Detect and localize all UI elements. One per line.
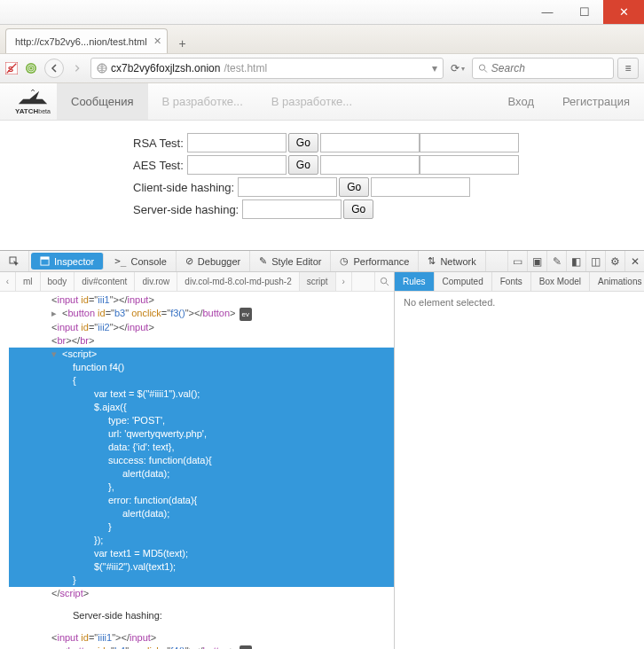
devtools-dock-popup-button[interactable]: ◫ bbox=[585, 251, 605, 271]
url-path: /test.html bbox=[224, 62, 267, 74]
nav-register[interactable]: Регистрация bbox=[548, 83, 644, 120]
brand-name: YATCH bbox=[15, 107, 38, 115]
chevron-down-icon[interactable]: ▾ bbox=[461, 65, 465, 73]
search-icon bbox=[478, 63, 488, 74]
client-hash-output[interactable] bbox=[371, 177, 470, 197]
devtools-tab-style-editor[interactable]: ✎Style Editor bbox=[250, 251, 331, 271]
devtools-sidebar: Rules Computed Fonts Box Model Animation… bbox=[394, 272, 644, 649]
devtools-tab-console[interactable]: >_Console bbox=[106, 251, 177, 271]
event-badge[interactable]: ev bbox=[240, 645, 252, 649]
devtools-split-console-button[interactable]: ▭ bbox=[507, 251, 527, 271]
crumb-script[interactable]: script bbox=[300, 272, 336, 291]
markup-view[interactable]: <input id="iii1"></input> ▸<button id="b… bbox=[0, 292, 394, 649]
crumb-body[interactable]: body bbox=[41, 272, 75, 291]
chevron-down-icon[interactable]: ▾ bbox=[432, 62, 437, 74]
window-maximize-button[interactable]: ☐ bbox=[566, 0, 603, 24]
nav-messages[interactable]: Сообщения bbox=[57, 83, 148, 120]
aes-input-2[interactable] bbox=[320, 155, 420, 175]
client-hash-label: Client-side hashing: bbox=[133, 181, 234, 194]
server-hash-label: Server-side hashing: bbox=[133, 203, 239, 216]
new-tab-button[interactable]: + bbox=[171, 34, 194, 53]
breadcrumb: ‹ ml body div#content div.row div.col-md… bbox=[0, 272, 394, 292]
aes-input-1[interactable] bbox=[187, 155, 287, 175]
close-icon[interactable]: ✕ bbox=[153, 35, 161, 47]
server-hash-go-button[interactable]: Go bbox=[343, 199, 373, 219]
svg-point-12 bbox=[381, 278, 386, 283]
back-button[interactable] bbox=[44, 59, 64, 78]
noscript-icon[interactable]: S bbox=[5, 62, 18, 74]
crumb-content[interactable]: div#content bbox=[75, 272, 135, 291]
search-icon[interactable] bbox=[374, 272, 394, 291]
svg-rect-11 bbox=[41, 257, 49, 260]
crumb-prev-button[interactable]: ‹ bbox=[0, 272, 16, 291]
tor-onion-icon[interactable] bbox=[21, 59, 41, 78]
devtools-pick-element-button[interactable] bbox=[0, 251, 29, 271]
window-close-button[interactable]: ✕ bbox=[603, 0, 644, 24]
browser-tab-strip: http://cx7b2vy6...nion/test.html ✕ + bbox=[0, 25, 644, 53]
nav-dev-1[interactable]: В разработке... bbox=[148, 83, 257, 120]
aes-input-3[interactable] bbox=[420, 155, 519, 175]
svg-line-13 bbox=[386, 283, 389, 285]
forward-button[interactable] bbox=[67, 59, 87, 78]
rules-pane-empty: No element selected. bbox=[395, 292, 644, 649]
search-input[interactable] bbox=[491, 62, 608, 74]
devtools-tab-debugger[interactable]: ⊘Debugger bbox=[177, 251, 250, 271]
devtools-responsive-button[interactable]: ▣ bbox=[527, 251, 546, 271]
aes-label: AES Test: bbox=[133, 159, 184, 172]
crumb-row[interactable]: div.row bbox=[135, 272, 177, 291]
devtools-panel: Inspector >_Console ⊘Debugger ✎Style Edi… bbox=[0, 250, 644, 649]
side-tab-box-model[interactable]: Box Model bbox=[531, 272, 590, 291]
devtools-tab-network[interactable]: ⇅Network bbox=[419, 251, 485, 271]
search-box[interactable] bbox=[472, 58, 614, 79]
reload-button[interactable]: ⟳ bbox=[451, 62, 459, 74]
crumb-col[interactable]: div.col-md-8.col-md-push-2 bbox=[177, 272, 299, 291]
svg-point-7 bbox=[479, 65, 484, 70]
url-input[interactable]: cx7b2vy6foxjlzsh.onion/test.html ▾ bbox=[90, 58, 444, 79]
side-tab-fonts[interactable]: Fonts bbox=[492, 272, 531, 291]
side-tab-animations[interactable]: Animations bbox=[590, 272, 644, 291]
site-navbar: YATCHbeta Сообщения В разработке... В ра… bbox=[0, 83, 644, 121]
tab-title: http://cx7b2vy6...nion/test.html bbox=[15, 36, 147, 47]
client-hash-input[interactable] bbox=[238, 177, 337, 197]
devtools-dock-side-button[interactable]: ◧ bbox=[566, 251, 585, 271]
rsa-input-3[interactable] bbox=[420, 133, 519, 152]
devtools-toolbar: Inspector >_Console ⊘Debugger ✎Style Edi… bbox=[0, 251, 644, 272]
rsa-go-button[interactable]: Go bbox=[288, 133, 318, 152]
client-hash-go-button[interactable]: Go bbox=[339, 177, 369, 197]
side-tab-rules[interactable]: Rules bbox=[395, 272, 435, 291]
url-host: cx7b2vy6foxjlzsh.onion bbox=[111, 62, 220, 74]
aes-go-button[interactable]: Go bbox=[288, 155, 318, 175]
nav-dev-2[interactable]: В разработке... bbox=[257, 83, 366, 120]
nav-login[interactable]: Вход bbox=[494, 83, 548, 120]
svg-line-8 bbox=[484, 70, 487, 73]
globe-icon bbox=[97, 63, 107, 74]
devtools-tab-performance[interactable]: ◷Performance bbox=[331, 251, 419, 271]
page-content: YATCHbeta Сообщения В разработке... В ра… bbox=[0, 83, 644, 219]
site-logo[interactable]: YATCHbeta bbox=[9, 83, 57, 120]
side-tab-computed[interactable]: Computed bbox=[435, 272, 492, 291]
browser-toolbar: S cx7b2vy6foxjlzsh.onion/test.html ▾ ⟳ ▾… bbox=[0, 53, 644, 83]
rsa-label: RSA Test: bbox=[133, 137, 184, 150]
hamburger-menu-button[interactable]: ≡ bbox=[617, 58, 639, 79]
window-minimize-button[interactable]: — bbox=[529, 0, 566, 24]
devtools-scratchpad-button[interactable]: ✎ bbox=[546, 251, 566, 271]
crumb-ml[interactable]: ml bbox=[16, 272, 41, 291]
rsa-input-1[interactable] bbox=[187, 133, 287, 152]
devtools-close-button[interactable]: ✕ bbox=[624, 251, 644, 271]
devtools-tab-inspector[interactable]: Inspector bbox=[31, 253, 104, 270]
brand-beta: beta bbox=[38, 108, 51, 114]
browser-tab[interactable]: http://cx7b2vy6...nion/test.html ✕ bbox=[5, 28, 168, 53]
devtools-options-button[interactable]: ⚙ bbox=[605, 251, 624, 271]
server-hash-input[interactable] bbox=[242, 199, 342, 219]
window-titlebar: — ☐ ✕ bbox=[0, 0, 644, 25]
rsa-input-2[interactable] bbox=[320, 133, 420, 152]
event-badge[interactable]: ev bbox=[240, 308, 252, 321]
crumb-next-button[interactable]: › bbox=[336, 272, 352, 291]
